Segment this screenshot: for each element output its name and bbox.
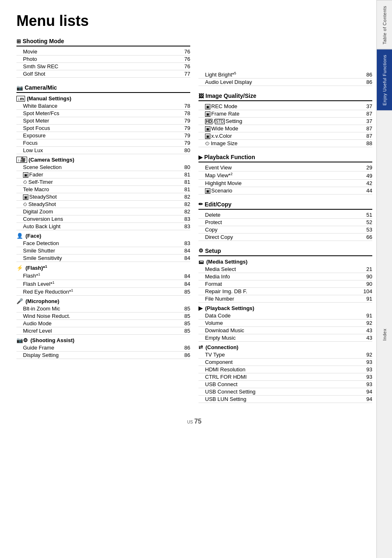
- subsection-label: (Face): [25, 233, 41, 239]
- list-item: Face Detection 83: [16, 240, 190, 247]
- right-sidebar: Table of Contents Enjoy Useful Functions…: [376, 0, 392, 558]
- item-label: Spot Meter/Fcs: [23, 110, 178, 116]
- shooting-assist-icon: 📷⚙: [16, 337, 28, 343]
- item-label: Audio Mode: [23, 320, 178, 326]
- item-label: Protect: [205, 219, 360, 225]
- list-item: USB Connect Setting 94: [198, 388, 372, 396]
- item-label: ▣SteadyShot: [23, 194, 178, 200]
- item-number: 51: [360, 212, 372, 218]
- item-number: 29: [360, 164, 372, 171]
- list-item: Audio Mode 85: [16, 320, 190, 327]
- subsection-header-media: 🖴 (Media Settings): [198, 259, 372, 265]
- item-number: 93: [360, 381, 372, 387]
- subsection-header-manual: ↓m (Manual Settings): [16, 95, 190, 102]
- item-number: 80: [178, 147, 190, 153]
- microphone-icon: 🎤: [16, 298, 23, 304]
- item-number: 91: [360, 296, 372, 302]
- item-number: 52: [360, 219, 372, 225]
- item-label: Flash*1: [23, 272, 178, 279]
- item-number: 94: [360, 389, 372, 395]
- subsection-label: (Manual Settings): [27, 95, 71, 102]
- list-item: Flash Level*1 84: [16, 280, 190, 288]
- item-label: Low Lux: [23, 147, 178, 153]
- item-label: ▣REC Mode: [205, 103, 360, 109]
- item-label: File Number: [205, 296, 360, 302]
- list-item: Wind Noise Reduct. 85: [16, 313, 190, 320]
- sidebar-tab-label: Table of Contents: [382, 5, 387, 44]
- item-label: White Balance: [23, 103, 178, 109]
- item-number: 86: [360, 72, 372, 78]
- item-label: Event View: [205, 164, 360, 171]
- item-label: ▣Scenario: [205, 188, 360, 194]
- section-header-playback: ▶ Playback Function: [198, 154, 372, 162]
- section-label-camera-mic: Camera/Mic: [25, 84, 57, 91]
- list-item: Direct Copy 66: [198, 234, 372, 241]
- list-item: USB Connect 93: [198, 381, 372, 388]
- item-number: 79: [178, 125, 190, 131]
- item-label: Media Select: [205, 266, 360, 272]
- list-item: Highlight Movie 42: [198, 180, 372, 187]
- item-label: Smth Slw REC: [23, 63, 178, 69]
- item-number: 81: [178, 171, 190, 178]
- connection-icon: ⇄: [198, 344, 203, 350]
- two-column-layout: ⊞ Shooting Mode Movie 76 Photo 76 Smth S…: [16, 38, 372, 410]
- list-item: Media Select 21: [198, 266, 372, 273]
- list-item: Tele Macro 81: [16, 186, 190, 193]
- item-label: HDMI Resolution: [205, 366, 360, 373]
- section-header-edit-copy: ✏ Edit/Copy: [198, 201, 372, 210]
- manual-settings-icon: ↓m: [16, 96, 25, 102]
- item-label: Exposure: [23, 132, 178, 139]
- item-label: Download Music: [205, 327, 360, 333]
- item-number: 76: [178, 49, 190, 55]
- list-item: Media Info 90: [198, 273, 372, 280]
- list-item: Spot Meter/Fcs 78: [16, 110, 190, 117]
- edit-copy-icon: ✏: [198, 201, 203, 207]
- item-number: 84: [178, 273, 190, 279]
- item-number: 83: [178, 240, 190, 246]
- item-label: Guide Frame: [23, 345, 178, 351]
- sidebar-tab-table-of-contents[interactable]: Table of Contents: [377, 0, 392, 49]
- subsection-label: (Camera Settings): [29, 157, 74, 163]
- sidebar-tab-enjoy-useful-functions[interactable]: Enjoy Useful Functions: [377, 49, 392, 111]
- list-item: Display Setting 86: [16, 352, 190, 359]
- item-number: 78: [178, 103, 190, 109]
- item-label: Smile Shutter: [23, 248, 178, 254]
- subsection-label: (Shooting Assist): [30, 337, 74, 343]
- item-label: ▣Fader: [23, 171, 178, 178]
- item-label: Repair Img. DB F.: [205, 288, 360, 294]
- list-item: HD/STDSetting 37: [198, 118, 372, 125]
- item-number: 76: [178, 56, 190, 62]
- section-label-image-quality: Image Quality/Size: [205, 93, 256, 99]
- list-item: Blt-in Zoom Mic 85: [16, 305, 190, 313]
- item-label: Red Eye Reduction*1: [23, 288, 178, 295]
- list-item: ▣SteadyShot 82: [16, 193, 190, 201]
- item-label: ⏲Self-Timer: [23, 179, 178, 185]
- item-number: 85: [178, 328, 190, 334]
- item-label: Golf Shot: [23, 71, 178, 77]
- item-number: 85: [178, 289, 190, 295]
- sidebar-tab-index[interactable]: Index: [377, 111, 392, 558]
- camera-mic-icon: 📷: [16, 85, 23, 91]
- list-item: Download Music 43: [198, 327, 372, 334]
- list-item: Map View*2 49: [198, 171, 372, 179]
- subsection-label: (Flash)*1: [25, 264, 47, 271]
- subsection-label: (Microphone): [25, 298, 59, 304]
- item-number: 80: [178, 164, 190, 170]
- sidebar-tab-label: Index: [382, 329, 387, 340]
- subsection-label: (Connection): [205, 344, 238, 350]
- item-label: Empty Music: [205, 335, 360, 341]
- item-label: Copy: [205, 227, 360, 233]
- item-label: Component: [205, 359, 360, 365]
- list-item: Digital Zoom 82: [16, 208, 190, 215]
- item-number: 78: [178, 110, 190, 116]
- section-image-quality: 🖼 Image Quality/Size ▣REC Mode 37 ▣Frame…: [198, 93, 372, 147]
- item-label: Digital Zoom: [23, 208, 178, 215]
- item-label: Highlight Movie: [205, 180, 360, 186]
- item-number: 93: [360, 359, 372, 365]
- item-label: CTRL FOR HDMI: [205, 374, 360, 380]
- list-item: ▣Wide Mode 87: [198, 125, 372, 132]
- item-label: Focus: [23, 140, 178, 146]
- item-label: USB LUN Setting: [205, 396, 360, 402]
- item-label: Blt-in Zoom Mic: [23, 306, 178, 312]
- item-number: 87: [360, 125, 372, 132]
